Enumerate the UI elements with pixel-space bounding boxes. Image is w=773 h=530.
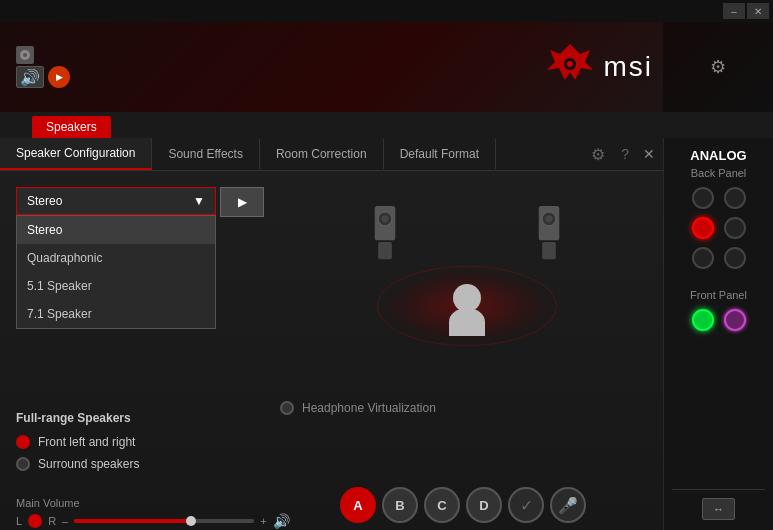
header-icons: 🔊 ▶: [16, 46, 70, 88]
left-panel: Speaker Configuration Sound Effects Room…: [0, 138, 663, 530]
volume-minus-icon: –: [62, 515, 68, 527]
svg-rect-12: [542, 242, 556, 259]
svg-point-7: [381, 215, 388, 222]
dropdown-display[interactable]: Stereo ▼: [16, 187, 216, 215]
svg-rect-8: [378, 242, 392, 259]
dropdown-item-stereo[interactable]: Stereo: [17, 216, 215, 244]
msi-brand-text: msi: [603, 51, 653, 83]
button-c[interactable]: C: [424, 487, 460, 523]
svg-point-11: [545, 215, 552, 222]
headphone-virtualization[interactable]: Headphone Virtualization: [280, 401, 436, 415]
check-button[interactable]: ✓: [508, 487, 544, 523]
tabs-row: Speaker Configuration Sound Effects Room…: [0, 138, 663, 171]
volume-fill: [74, 519, 191, 523]
speaker-left-icon: [367, 206, 403, 270]
back-panel-jacks-row-1: [692, 187, 746, 209]
speakers-tab[interactable]: Speakers: [32, 116, 111, 138]
front-jack-2[interactable]: [724, 309, 746, 331]
back-jack-6[interactable]: [724, 247, 746, 269]
radio-surround-label: Surround speakers: [38, 457, 139, 471]
title-bar: – ✕: [0, 0, 773, 22]
header: 🔊 ▶ msi ⚙: [0, 22, 773, 112]
headphone-virt-label: Headphone Virtualization: [302, 401, 436, 415]
radio-front-left-right[interactable]: Front left and right: [16, 435, 647, 449]
content-area: Stereo ▼ Stereo Quadraphonic 5.1 Speaker…: [0, 171, 663, 530]
button-b[interactable]: B: [382, 487, 418, 523]
headphone-virt-toggle[interactable]: [280, 401, 294, 415]
front-panel-label: Front Panel: [690, 289, 747, 301]
back-panel-label: Back Panel: [691, 167, 747, 179]
dropdown-item-5-1[interactable]: 5.1 Speaker: [17, 272, 215, 300]
front-panel-jacks-row-1: [692, 309, 746, 331]
svg-point-4: [567, 61, 573, 67]
radio-front-lr-dot[interactable]: [16, 435, 30, 449]
mic-button[interactable]: 🎤: [550, 487, 586, 523]
speakers-tab-row: Speakers: [0, 112, 773, 138]
tab-sound-effects[interactable]: Sound Effects: [152, 139, 260, 169]
tabs-close-icon[interactable]: ✕: [635, 146, 663, 162]
speaker-right-icon: [531, 206, 567, 270]
play-button[interactable]: ▶: [220, 187, 264, 217]
dropdown-list: Stereo Quadraphonic 5.1 Speaker 7.1 Spea…: [16, 215, 216, 329]
dropdown-selected-value: Stereo: [27, 194, 62, 208]
speaker-diagram: [280, 181, 653, 361]
analog-label: ANALOG: [690, 148, 746, 163]
svg-point-1: [23, 53, 27, 57]
dropdown-chevron-icon: ▼: [193, 194, 205, 208]
bottom-buttons-row: A B C D ✓ 🎤: [340, 487, 586, 523]
main-container: Speaker Configuration Sound Effects Room…: [0, 138, 773, 530]
volume-r-label: R: [48, 515, 56, 527]
dropdown-item-quadraphonic[interactable]: Quadraphonic: [17, 244, 215, 272]
volume-speaker-icon: 🔊: [273, 513, 290, 529]
radio-surround[interactable]: Surround speakers: [16, 457, 647, 471]
person-icon: [449, 284, 485, 336]
radio-surround-dot[interactable]: [16, 457, 30, 471]
volume-l-dot: [28, 514, 42, 528]
back-jack-1[interactable]: [692, 187, 714, 209]
msi-logo: msi: [545, 42, 653, 92]
tabs-settings-icon[interactable]: ⚙: [581, 145, 615, 164]
back-jack-5[interactable]: [692, 247, 714, 269]
volume-l-label: L: [16, 515, 22, 527]
right-panel: ANALOG Back Panel Front Panel ↔: [663, 138, 773, 530]
diagram-inner: [357, 186, 577, 356]
speaker-config-dropdown[interactable]: Stereo ▼ Stereo Quadraphonic 5.1 Speaker…: [16, 187, 216, 215]
button-d[interactable]: D: [466, 487, 502, 523]
minimize-button[interactable]: –: [723, 3, 745, 19]
header-settings-button[interactable]: ⚙: [703, 52, 733, 82]
back-panel-jacks-row-2: [692, 217, 746, 239]
back-jack-4[interactable]: [724, 217, 746, 239]
tab-speaker-configuration[interactable]: Speaker Configuration: [0, 138, 152, 170]
front-jack-1[interactable]: [692, 309, 714, 331]
volume-plus-icon: +: [260, 515, 266, 527]
dropdown-item-7-1[interactable]: 7.1 Speaker: [17, 300, 215, 328]
close-button[interactable]: ✕: [747, 3, 769, 19]
tab-default-format[interactable]: Default Format: [384, 139, 496, 169]
switch-button[interactable]: ↔: [702, 498, 735, 520]
volume-slider[interactable]: [74, 519, 254, 523]
volume-thumb[interactable]: [186, 516, 196, 526]
person-body: [449, 308, 485, 336]
back-jack-active[interactable]: [692, 217, 714, 239]
msi-dragon-icon: [545, 42, 595, 92]
radio-front-lr-label: Front left and right: [38, 435, 135, 449]
header-right-panel: ⚙: [663, 22, 773, 112]
right-panel-bottom: ↔: [672, 489, 765, 520]
back-panel-jacks-row-3: [692, 247, 746, 269]
tab-room-correction[interactable]: Room Correction: [260, 139, 384, 169]
full-range-section: Full-range Speakers Front left and right…: [16, 411, 647, 471]
tabs-help-icon[interactable]: ?: [615, 146, 635, 162]
back-jack-2[interactable]: [724, 187, 746, 209]
button-a[interactable]: A: [340, 487, 376, 523]
